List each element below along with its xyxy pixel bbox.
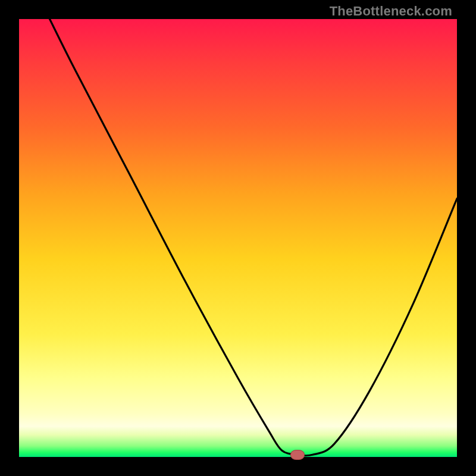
bottleneck-curve — [19, 19, 457, 457]
optimal-marker — [290, 450, 305, 460]
plot-area — [19, 19, 457, 457]
curve-path — [50, 19, 457, 456]
watermark-text: TheBottleneck.com — [330, 4, 452, 19]
chart-frame: TheBottleneck.com — [0, 0, 476, 476]
